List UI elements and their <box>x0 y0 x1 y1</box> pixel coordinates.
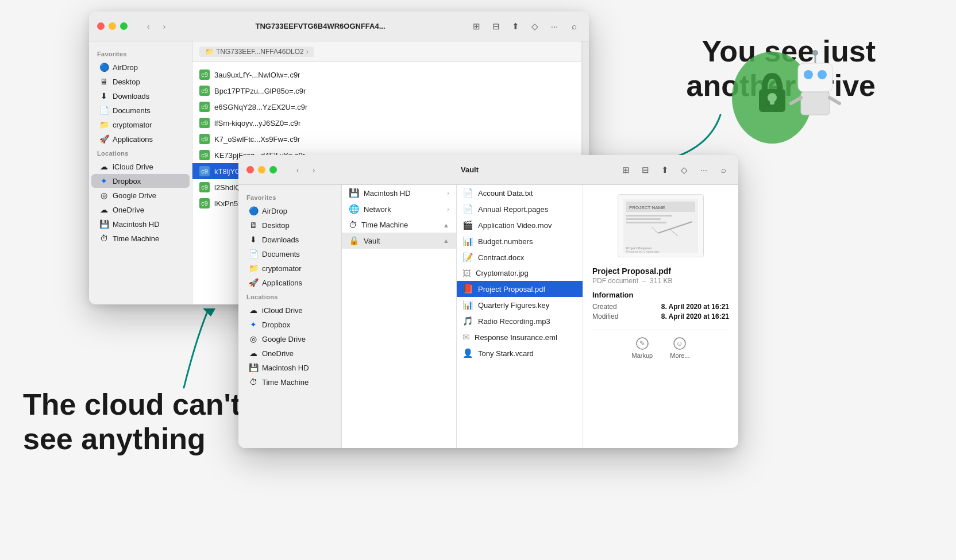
vault-file-cryptomator[interactable]: 🖼 Cryptomator.jpg <box>457 265 583 281</box>
view-icon[interactable]: ⊞ <box>469 20 483 33</box>
vault-file-quarterlyfigures[interactable]: 📊 Quarterly Figures.key <box>457 297 583 313</box>
preview-info: Project Proposal.pdf PDF document – 311 … <box>583 262 738 364</box>
close-button-front[interactable] <box>246 166 254 173</box>
maximize-button-front[interactable] <box>269 166 277 173</box>
markup-button[interactable]: ✎ Markup <box>632 337 653 359</box>
vault-file-label: Account Data.txt <box>478 189 533 198</box>
preview-info-heading: Information <box>592 291 729 299</box>
airdrop-icon-f: 🔵 <box>249 206 258 215</box>
sidebar-item-airdrop-front[interactable]: 🔵 AirDrop <box>241 204 339 218</box>
preview-panel: PROJECT NAME Project Proposal Prepared b… <box>583 185 738 448</box>
timemachine-icon: ⏱ <box>99 234 109 243</box>
sidebar-item-onedrive-front[interactable]: ☁ OneDrive <box>241 346 339 360</box>
search-icon-front[interactable]: ⌕ <box>716 163 730 177</box>
location-timemachine[interactable]: ⏱ Time Machine ▲ <box>342 217 456 233</box>
share-icon-front[interactable]: ⬆ <box>658 163 672 177</box>
forward-nav-button-front[interactable]: › <box>307 163 321 177</box>
enc-file-5[interactable]: c9 K7_oSwlFtc...Xs9Fw=.c9r <box>192 131 581 147</box>
sidebar-item-downloads-back[interactable]: ⬇ Downloads <box>91 89 190 103</box>
sidebar-item-icloud-front[interactable]: ☁ iCloud Drive <box>241 303 339 317</box>
sidebar-label: iCloud Drive <box>113 163 153 171</box>
vault-icon-loc: 🔒 <box>349 235 360 246</box>
onedrive-icon-f: ☁ <box>249 349 258 358</box>
enc-file-icon: c9 <box>199 166 210 176</box>
sidebar-label: OneDrive <box>262 349 294 358</box>
back-nav-button[interactable]: ‹ <box>141 20 155 33</box>
sidebar-label: Downloads <box>262 235 299 244</box>
close-button-back[interactable] <box>97 22 105 30</box>
sidebar-item-desktop-back[interactable]: 🖥 Desktop <box>91 75 190 88</box>
vault-file-budget[interactable]: 📊 Budget.numbers <box>457 233 583 249</box>
minimize-button-front[interactable] <box>258 166 265 173</box>
preview-subtext: PDF document – 311 KB <box>592 277 729 285</box>
svg-point-25 <box>812 50 818 56</box>
enc-file-icon: c9 <box>199 198 210 208</box>
sidebar-item-cryptomator-front[interactable]: 📁 cryptomator <box>241 261 339 275</box>
sidebar-item-airdrop-back[interactable]: 🔵 AirDrop <box>91 60 190 74</box>
grid-icon-front[interactable]: ⊟ <box>638 163 652 177</box>
sidebar-item-dropbox-front[interactable]: ✦ Dropbox <box>241 318 339 331</box>
vault-file-tonystark[interactable]: 👤 Tony Stark.vcard <box>457 345 583 361</box>
mascot-area <box>723 29 844 157</box>
sidebar-item-documents-back[interactable]: 📄 Documents <box>91 103 190 117</box>
vault-file-radiorecording[interactable]: 🎵 Radio Recording.mp3 <box>457 313 583 329</box>
breadcrumb-item[interactable]: 📁 TNG733EEF...NFFA46DLO2 › <box>199 47 314 57</box>
sidebar-item-downloads-front[interactable]: ⬇ Downloads <box>241 233 339 246</box>
enc-file-icon: c9 <box>199 118 210 128</box>
back-nav-button-front[interactable]: ‹ <box>291 163 304 177</box>
location-network[interactable]: 🌐 Network › <box>342 201 456 217</box>
more-icon-front[interactable]: ··· <box>697 163 711 177</box>
more-icon[interactable]: ··· <box>548 20 561 33</box>
vault-file-accountdata[interactable]: 📄 Account Data.txt <box>457 185 583 201</box>
sidebar-item-cryptomator-back[interactable]: 📁 cryptomator <box>91 118 190 132</box>
tag-icon-front[interactable]: ◇ <box>677 163 691 177</box>
vault-file-responseinsurance[interactable]: ✉ Response Insurance.eml <box>457 329 583 345</box>
traffic-lights-front <box>246 166 277 173</box>
sidebar-item-applications-front[interactable]: 🚀 Applications <box>241 276 339 289</box>
window-title-back: TNG733EEFVTG6B4WR6OGNFFA4... <box>187 22 453 30</box>
enc-file-4[interactable]: c9 lfSm-kiqoyv...yJ6SZ0=.c9r <box>192 115 581 131</box>
sidebar-item-googledrive-front[interactable]: ◎ Google Drive <box>241 332 339 346</box>
gdrive-icon: ◎ <box>99 191 109 200</box>
sidebar-item-macintoshhd-front[interactable]: 💾 Macintosh HD <box>241 361 339 374</box>
sidebar-item-icloud-back[interactable]: ☁ iCloud Drive <box>91 160 190 173</box>
minimize-button-back[interactable] <box>109 22 116 30</box>
hd-icon-f: 💾 <box>249 363 258 372</box>
share-icon[interactable]: ⬆ <box>508 20 522 33</box>
grid-icon[interactable]: ⊟ <box>489 20 503 33</box>
forward-nav-button[interactable]: › <box>157 20 171 33</box>
sidebar-item-macintoshhd-back[interactable]: 💾 Macintosh HD <box>91 217 190 231</box>
sidebar-item-applications-back[interactable]: 🚀 Applications <box>91 132 190 146</box>
vault-file-contract[interactable]: 📝 Contract.docx <box>457 249 583 265</box>
sidebar-item-timemachine-back[interactable]: ⏱ Time Machine <box>91 231 190 245</box>
vault-file-projectproposal[interactable]: 📕 Project Proposal.pdf <box>457 281 583 297</box>
maximize-button-back[interactable] <box>120 22 128 30</box>
more-button[interactable]: ☺ More... <box>670 337 689 359</box>
enc-file-2[interactable]: c9 Bpc17PTPzu...GlP85o=.c9r <box>192 83 581 99</box>
numbers-icon: 📊 <box>462 236 473 246</box>
markup-icon: ✎ <box>636 337 649 350</box>
vault-file-annualreport[interactable]: 📄 Annual Report.pages <box>457 201 583 217</box>
sidebar-item-googledrive-back[interactable]: ◎ Google Drive <box>91 188 190 202</box>
location-macintoshhd[interactable]: 💾 Macintosh HD › <box>342 185 456 201</box>
search-icon-back[interactable]: ⌕ <box>567 20 581 33</box>
created-label: Created <box>592 303 617 311</box>
location-label: Vault <box>364 237 380 245</box>
sidebar-item-timemachine-front[interactable]: ⏱ Time Machine <box>241 375 339 389</box>
enc-file-3[interactable]: c9 e6SGNqY28...YzEX2U=.c9r <box>192 99 581 115</box>
enc-file-1[interactable]: c9 3au9uxLfY-...NwlOlw=.c9r <box>192 67 581 83</box>
sidebar-item-dropbox-back[interactable]: ✦ Dropbox <box>91 174 190 188</box>
sidebar-item-desktop-front[interactable]: 🖥 Desktop <box>241 218 339 232</box>
enc-file-icon: c9 <box>199 134 210 144</box>
sidebar-item-documents-front[interactable]: 📄 Documents <box>241 247 339 261</box>
icloud-icon: ☁ <box>99 162 109 171</box>
vault-file-appvideo[interactable]: 🎬 Application Video.mov <box>457 217 583 233</box>
desktop-icon-f: 🖥 <box>249 221 258 230</box>
tag-icon[interactable]: ◇ <box>528 20 542 33</box>
view-icon-front[interactable]: ⊞ <box>619 163 633 177</box>
applications-icon: 🚀 <box>99 134 109 144</box>
more-icon-preview: ☺ <box>673 337 686 350</box>
location-vault[interactable]: 🔒 Vault ▲ <box>342 233 456 249</box>
sidebar-item-onedrive-back[interactable]: ☁ OneDrive <box>91 203 190 217</box>
svg-text:PROJECT NAME: PROJECT NAME <box>629 205 665 210</box>
